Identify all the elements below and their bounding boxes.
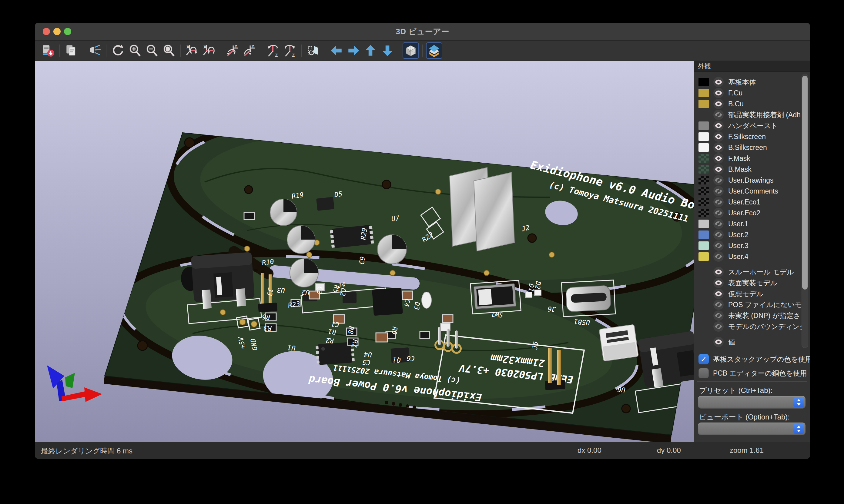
layer-color-swatch[interactable] xyxy=(699,100,709,108)
layer-color-swatch[interactable] xyxy=(699,132,709,141)
zoom-out-button[interactable] xyxy=(144,42,160,59)
layer-row[interactable]: User.4 xyxy=(694,251,802,262)
layer-color-swatch[interactable] xyxy=(699,198,709,206)
layer-row[interactable]: B.Cu xyxy=(694,98,802,109)
layer-row[interactable]: B.Mask xyxy=(694,164,802,175)
layer-color-swatch[interactable] xyxy=(699,231,709,239)
visibility-on-icon[interactable] xyxy=(713,77,724,87)
option-row[interactable]: PCB エディターの銅色を使用 xyxy=(694,366,810,380)
layer-color-swatch[interactable] xyxy=(699,89,709,97)
layer-color-swatch[interactable] xyxy=(699,209,709,217)
checkbox-checked[interactable]: ✓ xyxy=(699,354,709,364)
layer-row[interactable]: User.3 xyxy=(694,240,802,251)
close-button[interactable] xyxy=(43,28,50,35)
rotate-y-ccw-button[interactable]: Y xyxy=(224,42,241,59)
layer-list-scrollbar[interactable] xyxy=(802,74,808,348)
scrollbar-thumb[interactable] xyxy=(802,76,808,290)
layer-color-swatch[interactable] xyxy=(699,176,709,184)
zoom-in-button[interactable] xyxy=(127,42,143,59)
refresh-view-button[interactable] xyxy=(110,42,126,59)
pan-up-button[interactable] xyxy=(362,42,379,59)
layer-row[interactable]: User.Drawings xyxy=(694,175,802,186)
layer-row[interactable]: ハンダペースト xyxy=(694,120,802,131)
layer-row[interactable]: 仮想モデル xyxy=(694,288,802,299)
layer-row[interactable]: スルーホール モデル xyxy=(694,267,802,277)
layer-color-swatch[interactable] xyxy=(699,78,709,86)
copy-image-button[interactable] xyxy=(63,42,80,59)
layer-row[interactable]: F.Silkscreen xyxy=(694,131,802,142)
layer-color-swatch[interactable] xyxy=(699,252,709,261)
visibility-off-icon[interactable] xyxy=(713,321,724,332)
layer-row[interactable]: 値 xyxy=(694,337,802,347)
layer-row[interactable]: モデルのバウンディング xyxy=(694,321,802,332)
visibility-off-icon[interactable] xyxy=(713,251,724,262)
layer-row[interactable]: POS ファイルにないモ xyxy=(694,299,802,310)
layer-row[interactable]: B.Silkscreen xyxy=(694,142,802,153)
layer-color-swatch[interactable] xyxy=(699,165,709,174)
maximize-button[interactable] xyxy=(64,28,71,35)
rotate-x-cw-button[interactable]: X xyxy=(201,42,217,59)
title-bar[interactable]: 3D ビューアー xyxy=(35,23,810,41)
render-options-button[interactable] xyxy=(86,42,103,59)
toolbar-separator xyxy=(221,44,221,57)
rotate-x-ccw-button[interactable]: X xyxy=(184,42,201,59)
visibility-off-icon[interactable] xyxy=(713,219,724,229)
visibility-on-icon[interactable] xyxy=(713,142,724,152)
visibility-off-icon[interactable] xyxy=(713,208,724,218)
pan-down-button[interactable] xyxy=(379,42,396,59)
pan-right-button[interactable] xyxy=(345,42,362,59)
layer-color-swatch[interactable] xyxy=(699,187,709,195)
layer-row[interactable]: User.Comments xyxy=(694,186,802,197)
pan-left-button[interactable] xyxy=(328,42,345,59)
visibility-off-icon[interactable] xyxy=(713,230,724,240)
visibility-off-icon[interactable] xyxy=(713,310,724,321)
rotate-y-cw-button[interactable]: Y xyxy=(241,42,258,59)
rotate-z-ccw-button[interactable]: Z xyxy=(265,42,281,59)
minimize-button[interactable] xyxy=(53,28,61,35)
layer-color-swatch[interactable] xyxy=(699,143,709,152)
viewport-select-stepper[interactable] xyxy=(793,424,804,434)
layer-row[interactable]: 表面実装モデル xyxy=(694,277,802,288)
layers-button[interactable] xyxy=(426,42,442,59)
layer-row[interactable]: F.Cu xyxy=(694,88,802,98)
layer-row[interactable]: User.2 xyxy=(694,229,802,240)
visibility-on-icon[interactable] xyxy=(713,267,724,277)
visibility-on-icon[interactable] xyxy=(713,88,724,98)
checkbox-unchecked[interactable] xyxy=(699,368,709,378)
layer-color-swatch[interactable] xyxy=(699,220,709,228)
export-board-button[interactable] xyxy=(40,42,56,59)
visibility-off-icon[interactable] xyxy=(713,110,724,120)
visibility-on-icon[interactable] xyxy=(713,278,724,288)
flip-board-button[interactable] xyxy=(305,42,321,59)
rotate-z-cw-button[interactable]: Z xyxy=(282,42,298,59)
layer-color-swatch[interactable] xyxy=(699,154,709,163)
layer-row[interactable]: 部品実装用接着剤 (Adh xyxy=(694,109,802,120)
viewport-select[interactable] xyxy=(698,422,806,435)
visibility-on-icon[interactable] xyxy=(713,289,724,299)
layer-color-swatch[interactable] xyxy=(699,122,709,130)
layer-row[interactable]: User.Eco2 xyxy=(694,208,802,218)
layer-row[interactable]: 基板本体 xyxy=(694,77,802,88)
layer-row[interactable]: 未実装 (DNP) が指定さ xyxy=(694,310,802,321)
preset-select-stepper[interactable] xyxy=(793,397,804,408)
visibility-on-icon[interactable] xyxy=(713,131,724,142)
3d-viewport[interactable]: EEMB LP502030 +3.7V 21mmx32mm Exidiophon… xyxy=(35,61,694,442)
visibility-off-icon[interactable] xyxy=(713,186,724,196)
layer-row[interactable]: User.1 xyxy=(694,218,802,229)
visibility-off-icon[interactable] xyxy=(713,175,724,185)
layer-color-swatch[interactable] xyxy=(699,241,709,250)
visibility-off-icon[interactable] xyxy=(713,240,724,251)
visibility-on-icon[interactable] xyxy=(713,153,724,164)
preset-select[interactable] xyxy=(698,396,806,409)
visibility-on-icon[interactable] xyxy=(713,337,724,347)
layer-row[interactable]: User.Eco1 xyxy=(694,197,802,208)
layer-row[interactable]: F.Mask xyxy=(694,153,802,164)
visibility-on-icon[interactable] xyxy=(713,99,724,109)
orthographic-projection-button[interactable] xyxy=(402,42,419,59)
option-row[interactable]: ✓基板スタックアップの色を使用 xyxy=(694,352,810,366)
visibility-off-icon[interactable] xyxy=(713,197,724,207)
visibility-off-icon[interactable] xyxy=(713,300,724,310)
zoom-fit-button[interactable] xyxy=(161,42,177,59)
visibility-on-icon[interactable] xyxy=(713,121,724,131)
visibility-on-icon[interactable] xyxy=(713,164,724,175)
